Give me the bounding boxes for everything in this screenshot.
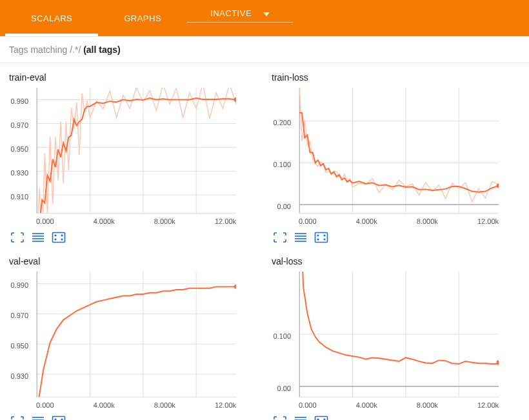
plot-area[interactable] [36,272,236,397]
svg-point-37 [317,239,319,240]
svg-rect-34 [315,233,328,243]
svg-rect-53 [53,417,65,421]
x-axis-labels: 0.0004.000k8.000k12.00k [299,401,499,409]
expand-icon[interactable] [10,232,25,243]
svg-point-38 [324,239,325,240]
tab-graphs[interactable]: GRAPHS [98,0,187,36]
chart-title: val-eval [9,256,259,266]
svg-rect-71 [315,417,328,421]
svg-point-17 [61,235,63,236]
chart-tools [273,415,521,420]
y-axis-labels: 0.9900.9700.9500.930 [8,272,36,399]
tag-filter-row[interactable]: Tags matching /.*/ (all tags) [0,36,529,63]
expand-icon[interactable] [273,232,287,243]
y-axis-labels: 0.2000.1000.00 [270,88,299,215]
chart-tools [273,232,521,243]
y-axis-labels: 0.1000.00 [270,272,299,399]
top-nav: SCALARS GRAPHS INACTIVE [0,0,529,36]
tab-inactive-label: INACTIVE [210,8,252,18]
x-axis-labels: 0.0004.000k8.000k12.00k [36,217,236,225]
log-scale-icon[interactable] [294,415,308,420]
log-scale-icon[interactable] [294,232,308,243]
chart-train-loss: train-loss0.2000.1000.000.0004.000k8.000… [270,72,521,243]
fit-domain-icon[interactable] [314,232,328,243]
svg-point-36 [324,235,325,236]
svg-point-18 [55,239,56,240]
svg-rect-15 [53,233,65,243]
fit-domain-icon[interactable] [52,232,66,243]
log-scale-icon[interactable] [31,415,45,420]
x-axis-labels: 0.0004.000k8.000k12.00k [36,401,236,409]
chart-train-eval: train-eval0.9900.9700.9500.9300.9100.000… [8,72,259,243]
svg-point-19 [61,239,63,240]
chart-title: train-loss [272,72,521,83]
y-axis-labels: 0.9900.9700.9500.9300.910 [8,88,36,215]
chart-tools [10,415,259,420]
chart-tools [10,232,259,243]
chart-title: val-loss [272,256,521,266]
tag-filter-prefix: Tags matching /.*/ [9,45,83,55]
log-scale-icon[interactable] [31,232,45,243]
chart-val-loss: val-loss0.1000.000.0004.000k8.000k12.00k [270,256,521,420]
fit-domain-icon[interactable] [52,415,66,420]
tab-inactive-dropdown[interactable]: INACTIVE [187,5,293,23]
plot-area[interactable] [36,88,236,214]
svg-point-16 [55,235,56,236]
tag-filter-bold: (all tags) [83,45,121,55]
expand-icon[interactable] [10,415,25,420]
plot-area[interactable] [299,272,499,397]
chart-val-eval: val-eval0.9900.9700.9500.9300.0004.000k8… [8,256,259,420]
x-axis-labels: 0.0004.000k8.000k12.00k [299,217,499,225]
plot-area[interactable] [299,88,499,214]
svg-point-35 [317,235,319,236]
tab-scalars[interactable]: SCALARS [5,0,98,36]
chevron-down-icon [263,12,270,16]
fit-domain-icon[interactable] [314,415,328,420]
expand-icon[interactable] [273,415,287,420]
charts-grid: train-eval0.9900.9700.9500.9300.9100.000… [0,63,529,420]
svg-point-29 [497,183,499,188]
svg-point-48 [234,285,236,289]
chart-title: train-eval [9,72,259,83]
